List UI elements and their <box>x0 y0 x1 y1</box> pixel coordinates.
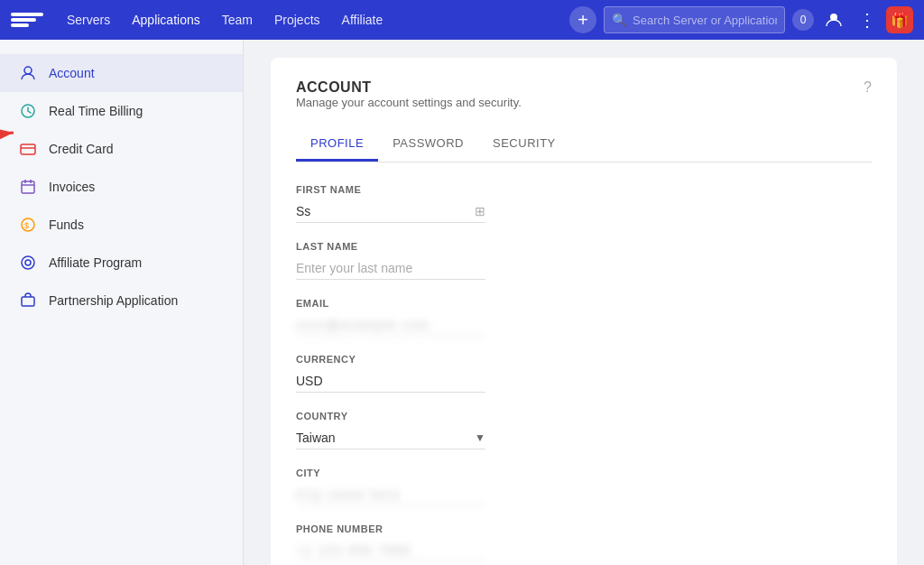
country-select-row: Taiwan United States China Japan ▼ <box>296 427 485 449</box>
svg-rect-17 <box>22 297 34 306</box>
city-blurred: City name here <box>296 484 485 505</box>
nav-applications[interactable]: Applications <box>123 9 209 31</box>
currency-value: USD <box>296 370 485 393</box>
sidebar-item-credit-card-label: Credit Card <box>49 142 114 156</box>
country-label: COUNTRY <box>296 411 872 421</box>
help-icon[interactable]: ? <box>864 79 872 96</box>
account-icon <box>18 63 38 83</box>
main-content: ACCOUNT Manage your account settings and… <box>244 40 924 565</box>
credit-card-icon <box>18 139 38 159</box>
country-group: COUNTRY Taiwan United States China Japan… <box>296 411 872 449</box>
account-header: ACCOUNT Manage your account settings and… <box>296 79 872 124</box>
search-icon: 🔍 <box>612 13 627 27</box>
sidebar: Account Real Time Billing Credit Card In… <box>0 40 244 565</box>
input-icon: ⊞ <box>475 204 485 218</box>
country-select[interactable]: Taiwan United States China Japan <box>296 427 471 449</box>
last-name-label: LAST NAME <box>296 241 872 252</box>
svg-rect-2 <box>11 23 29 27</box>
user-avatar-button[interactable] <box>821 7 846 32</box>
first-name-input-row: ⊞ <box>296 200 485 223</box>
country-dropdown-arrow: ▼ <box>475 431 485 444</box>
sidebar-item-funds[interactable]: $ Funds <box>0 206 243 244</box>
svg-point-16 <box>25 260 31 265</box>
svg-point-5 <box>24 67 32 74</box>
topnav-right: + 🔍 0 ⋮ 🎁 <box>569 6 913 33</box>
invoices-icon <box>18 177 38 197</box>
sidebar-item-credit-card[interactable]: Credit Card <box>0 130 243 168</box>
svg-rect-1 <box>11 18 36 22</box>
email-blurred: xxxx@example.com <box>296 314 485 336</box>
phone-label: PHONE NUMBER <box>296 523 872 534</box>
sidebar-item-partnership-application[interactable]: Partnership Application <box>0 282 243 320</box>
city-group: CITY City name here <box>296 468 872 505</box>
topnav-nav: Servers Applications Team Projects Affil… <box>58 9 562 31</box>
sidebar-item-account-label: Account <box>49 66 95 80</box>
svg-text:$: $ <box>24 221 29 230</box>
sidebar-item-account[interactable]: Account <box>0 54 243 92</box>
affiliate-icon <box>18 253 38 273</box>
email-label: EMAIL <box>296 298 872 309</box>
svg-rect-0 <box>11 13 43 16</box>
sidebar-item-rtb-label: Real Time Billing <box>49 104 143 118</box>
first-name-label: FIRST NAME <box>296 184 872 195</box>
layout: Account Real Time Billing Credit Card In… <box>0 40 924 565</box>
partnership-icon <box>18 291 38 310</box>
real-time-billing-icon <box>18 101 38 121</box>
notification-badge[interactable]: 0 <box>792 9 814 31</box>
last-name-input[interactable] <box>296 257 485 280</box>
sidebar-item-invoices[interactable]: Invoices <box>0 168 243 206</box>
nav-affiliate[interactable]: Affiliate <box>333 9 393 31</box>
email-group: EMAIL xxxx@example.com <box>296 298 872 336</box>
more-options-button[interactable]: ⋮ <box>854 7 879 32</box>
sidebar-item-affiliate-label: Affiliate Program <box>49 255 142 270</box>
tab-password[interactable]: PASSWORD <box>378 127 478 162</box>
svg-rect-7 <box>21 144 35 154</box>
profile-form: FIRST NAME ⊞ LAST NAME EMAIL xxxx@exampl… <box>296 184 872 565</box>
first-name-group: FIRST NAME ⊞ <box>296 184 872 223</box>
svg-rect-9 <box>22 181 34 193</box>
nav-team[interactable]: Team <box>213 9 262 31</box>
last-name-group: LAST NAME <box>296 241 872 280</box>
nav-projects[interactable]: Projects <box>265 9 329 31</box>
topnav: Servers Applications Team Projects Affil… <box>0 0 924 40</box>
currency-label: CURRENCY <box>296 354 872 365</box>
tab-profile[interactable]: PROFILE <box>296 127 378 162</box>
currency-group: CURRENCY USD <box>296 354 872 393</box>
phone-blurred: +1 123 456 7890 <box>296 540 485 561</box>
phone-group: PHONE NUMBER +1 123 456 7890 <box>296 523 872 561</box>
sidebar-item-invoices-label: Invoices <box>49 180 95 194</box>
tab-security[interactable]: SECURITY <box>478 127 570 162</box>
svg-point-15 <box>22 256 34 269</box>
funds-icon: $ <box>18 215 38 235</box>
account-title-block: ACCOUNT Manage your account settings and… <box>296 79 522 124</box>
account-subtitle: Manage your account settings and securit… <box>296 96 522 109</box>
first-name-input[interactable] <box>296 200 475 222</box>
city-label: CITY <box>296 468 872 478</box>
gift-button[interactable]: 🎁 <box>886 6 913 33</box>
profile-tabs: PROFILE PASSWORD SECURITY <box>296 127 872 162</box>
account-title: ACCOUNT <box>296 79 522 96</box>
sidebar-item-affiliate-program[interactable]: Affiliate Program <box>0 244 243 282</box>
nav-servers[interactable]: Servers <box>58 9 119 31</box>
sidebar-item-funds-label: Funds <box>49 218 84 232</box>
account-card: ACCOUNT Manage your account settings and… <box>271 58 897 565</box>
search-bar[interactable]: 🔍 <box>604 6 785 33</box>
sidebar-item-real-time-billing[interactable]: Real Time Billing <box>0 92 243 130</box>
add-button[interactable]: + <box>569 6 596 33</box>
search-input[interactable] <box>633 14 777 27</box>
logo[interactable] <box>11 9 43 31</box>
sidebar-item-partnership-label: Partnership Application <box>49 293 178 308</box>
